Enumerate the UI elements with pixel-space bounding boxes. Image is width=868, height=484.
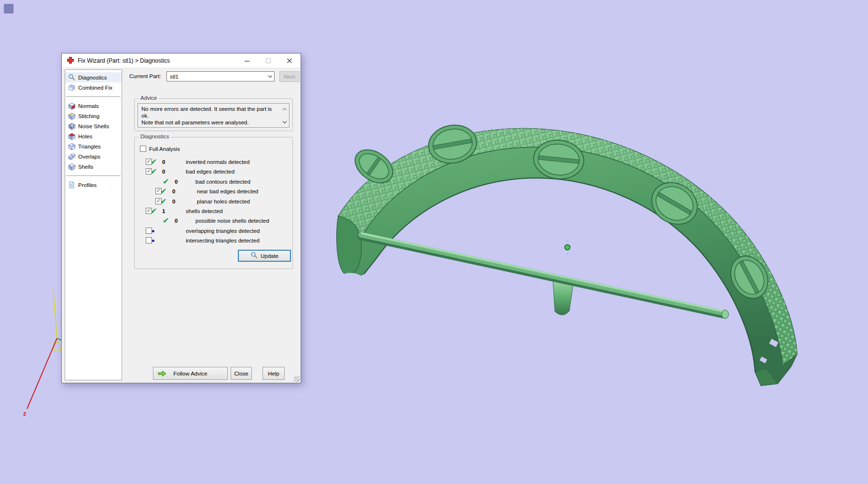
- sidebar-item-overlaps[interactable]: Overlaps: [65, 151, 122, 161]
- chevron-up-icon[interactable]: [281, 106, 288, 112]
- diagnostic-count: 0: [175, 177, 178, 187]
- update-button[interactable]: Update: [238, 250, 291, 262]
- check-ok-icon: ✔: [151, 206, 157, 216]
- update-button-label: Update: [261, 253, 278, 259]
- next-button[interactable]: Next: [279, 71, 300, 82]
- diagnostic-count: 1: [162, 206, 165, 216]
- help-button-label: Help: [268, 371, 279, 376]
- magnifier-icon: [68, 73, 76, 81]
- sidebar-item-normals[interactable]: Normals: [65, 101, 122, 111]
- diagnostics-group-title: Diagnostics: [138, 134, 171, 139]
- diagnostic-label: bad contours detected: [195, 177, 250, 187]
- sidebar-item-profiles[interactable]: Profiles: [65, 180, 122, 190]
- minimize-icon[interactable]: [236, 54, 257, 67]
- check-ok-icon: ✔: [160, 197, 166, 206]
- current-part-select[interactable]: stl1: [166, 71, 275, 81]
- diagnostic-label: possible noise shells detected: [195, 216, 269, 226]
- sidebar-item-label: Combined Fix: [78, 85, 112, 91]
- help-button[interactable]: Help: [262, 367, 285, 380]
- sidebar-item-label: Shells: [78, 164, 93, 170]
- sidebar-separator: [66, 96, 121, 97]
- full-analysis-label: Full Analysis: [149, 146, 180, 152]
- close-dialog-button[interactable]: Close: [231, 367, 252, 380]
- cube-overlaps-icon: [68, 152, 76, 161]
- diagnostic-label: overlapping triangles detected: [186, 226, 260, 236]
- model-rod: [361, 233, 729, 319]
- bracelet-model: [332, 121, 797, 386]
- sidebar-item-label: Holes: [78, 134, 92, 139]
- resize-grip[interactable]: [294, 376, 300, 382]
- advice-text: No more errors are detected. It seems th…: [141, 106, 277, 126]
- diagnostic-row: overlapping triangles detected: [135, 226, 292, 236]
- sidebar-item-label: Diagnostics: [78, 75, 107, 81]
- sidebar-item-label: Noise Shells: [78, 123, 109, 129]
- dialog-titlebar[interactable]: Fix Wizard (Part: stl1) > Diagnostics: [62, 54, 301, 67]
- current-part-label: Current Part:: [129, 73, 161, 79]
- diagnostic-label: near bad edges detected: [197, 187, 258, 196]
- diagnostic-row: ✔0inverted normals detected: [135, 157, 292, 167]
- check-ok-icon: ✔: [160, 187, 166, 196]
- sidebar-item-label: Overlaps: [78, 154, 100, 160]
- advice-scrollbar[interactable]: [281, 105, 288, 126]
- diagnostics-groupbox: Diagnostics Full Analysis ✔0inverted nor…: [134, 137, 293, 269]
- cube-holes-icon: [68, 132, 76, 140]
- check-ok-icon: ✔: [163, 177, 169, 187]
- diagnostic-label: planar holes detected: [197, 197, 250, 206]
- sidebar-item-combined-fix[interactable]: Combined Fix: [65, 82, 122, 93]
- diagnostic-row: ✔0possible noise shells detected: [135, 216, 292, 226]
- sidebar-item-diagnostics[interactable]: Diagnostics: [65, 72, 122, 82]
- red-cross-icon: [67, 56, 74, 64]
- diagnostic-label: intersecting triangles detected: [186, 236, 260, 245]
- diagnostic-row: ✔0bad edges detected: [135, 167, 292, 176]
- wizard-sidebar: DiagnosticsCombined FixNormalsStitchingN…: [65, 69, 122, 380]
- close-icon[interactable]: [279, 54, 300, 67]
- pending-dot-icon: [152, 230, 154, 232]
- pending-dot-icon: [152, 240, 154, 242]
- chevron-down-icon: [266, 75, 274, 78]
- cube-shells-icon: [68, 162, 76, 171]
- sidebar-item-triangles[interactable]: Triangles: [65, 141, 122, 151]
- cube-normals-icon: [68, 102, 76, 110]
- check-ok-icon: ✔: [163, 216, 169, 226]
- sidebar-item-label: Profiles: [78, 182, 96, 188]
- diagnostic-row: ✔0planar holes detected: [135, 197, 292, 206]
- next-button-label: Next: [284, 74, 295, 80]
- sidebar-item-holes[interactable]: Holes: [65, 131, 122, 141]
- diagnostics-checklist: ✔0inverted normals detected✔0bad edges d…: [135, 157, 292, 246]
- diagnostic-label: inverted normals detected: [186, 157, 249, 167]
- diagnostic-count: 0: [175, 216, 178, 226]
- fix-wizard-dialog: Fix Wizard (Part: stl1) > Diagnostics Di…: [61, 53, 301, 383]
- sidebar-item-label: Stitching: [78, 113, 99, 119]
- diagnostic-row: ✔0near bad edges detected: [135, 187, 292, 196]
- advice-line-1: No more errors are detected. It seems th…: [141, 106, 277, 119]
- diagnostic-count: 0: [172, 187, 175, 196]
- diagnostic-label: bad edges detected: [186, 167, 234, 176]
- maximize-icon[interactable]: [258, 54, 278, 67]
- advice-line-2: Note that not all parameters were analys…: [141, 119, 277, 126]
- combined-fix-icon: [68, 83, 76, 92]
- cube-stitching-icon: [68, 112, 76, 120]
- background-fragment: [4, 4, 14, 13]
- rotation-center-marker: [565, 240, 570, 255]
- advice-groupbox: Advice No more errors are detected. It s…: [134, 98, 293, 131]
- axis-z-label: z: [23, 410, 27, 417]
- sidebar-separator: [66, 175, 121, 176]
- sidebar-item-stitching[interactable]: Stitching: [65, 111, 122, 121]
- full-analysis-checkbox[interactable]: [140, 146, 146, 152]
- dialog-title: Fix Wizard (Part: stl1) > Diagnostics: [78, 57, 170, 64]
- diagnostic-label: shells detected: [186, 206, 223, 216]
- diagnostic-count: 0: [172, 197, 175, 206]
- advice-group-title: Advice: [138, 95, 159, 101]
- diagnostic-checkbox[interactable]: [146, 237, 152, 243]
- diagnostic-count: 0: [162, 157, 165, 167]
- chevron-down-icon[interactable]: [281, 119, 288, 125]
- follow-advice-button[interactable]: Follow Advice: [153, 367, 228, 380]
- sidebar-item-shells[interactable]: Shells: [65, 161, 122, 172]
- axis-indicator: z: [23, 289, 65, 417]
- sidebar-item-noise-shells[interactable]: Noise Shells: [65, 121, 122, 131]
- diagnostic-checkbox[interactable]: [146, 228, 152, 234]
- check-ok-icon: ✔: [151, 167, 157, 176]
- current-part-value: stl1: [167, 74, 266, 80]
- cube-triangles-icon: [68, 142, 76, 150]
- magnifier-icon: [250, 252, 258, 260]
